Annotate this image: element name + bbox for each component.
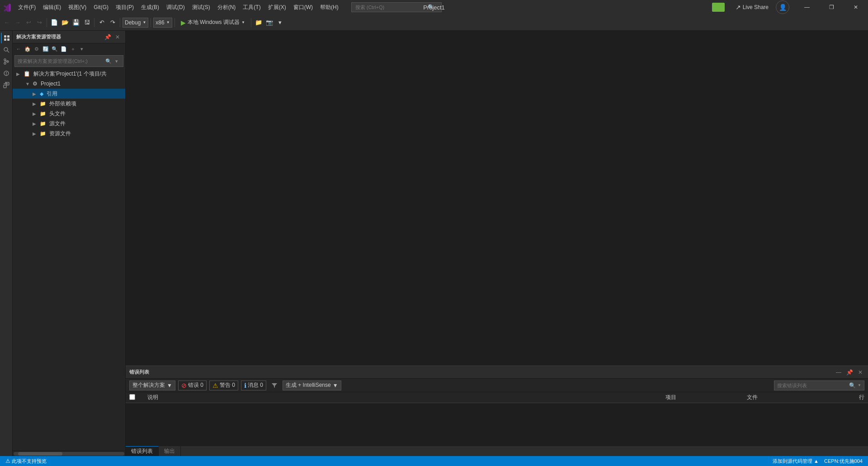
menu-window[interactable]: 窗口(W) — [290, 0, 316, 14]
user-avatar[interactable]: 👤 — [776, 0, 789, 14]
close-button[interactable]: ✕ — [845, 0, 866, 14]
panel-collapse-button[interactable]: — — [835, 368, 843, 376]
solution-node[interactable]: ▶ 📋 解决方案'Project1'(1 个项目/共 — [13, 69, 125, 79]
redo-button[interactable]: ↪ — [34, 18, 44, 28]
menu-test[interactable]: 测试(S) — [189, 0, 214, 14]
filter-button[interactable]: 🔍 — [51, 45, 59, 53]
select-all-checkbox[interactable] — [129, 394, 135, 400]
error-scope-arrow-icon: ▼ — [167, 382, 172, 389]
open-file-button[interactable]: 📂 — [60, 18, 70, 28]
menu-bar: 文件(F) 编辑(E) 视图(V) Git(G) 项目(P) 生成(B) 调试(… — [14, 0, 342, 14]
source-files-node[interactable]: ▶ 📁 源文件 — [13, 119, 125, 128]
references-chevron-icon: ▶ — [33, 91, 38, 96]
new-file-button[interactable]: 📄 — [49, 18, 59, 28]
external-deps-node[interactable]: ▶ 📁 外部依赖项 — [13, 99, 125, 109]
redo2-button[interactable]: ↷ — [108, 18, 118, 28]
platform-arrow-icon: ▼ — [166, 20, 170, 24]
menu-debug[interactable]: 调试(D) — [163, 0, 189, 14]
menu-build[interactable]: 生成(B) — [137, 0, 163, 14]
global-search-input[interactable] — [355, 5, 428, 10]
platform-dropdown[interactable]: x86 ▼ — [153, 18, 172, 28]
editor-canvas[interactable] — [126, 31, 868, 366]
error-search-input[interactable] — [777, 383, 847, 388]
filter-button[interactable] — [269, 380, 280, 390]
undo2-button[interactable]: ↶ — [97, 18, 107, 28]
camera-button[interactable]: 📷 — [264, 18, 274, 28]
settings-button[interactable]: ⚙ — [33, 45, 41, 53]
menu-extensions[interactable]: 扩展(X) — [264, 0, 290, 14]
svg-rect-1 — [7, 35, 9, 38]
menu-help[interactable]: 帮助(H) — [316, 0, 342, 14]
references-node[interactable]: ▶ ◆ 引用 — [13, 89, 125, 99]
bottom-panel-controls: — 📌 ✕ — [835, 368, 864, 376]
activity-bar — [0, 31, 13, 456]
menu-project[interactable]: 项目(P) — [112, 0, 137, 14]
debug-config-dropdown[interactable]: Debug ▼ — [123, 18, 148, 28]
activity-debug[interactable] — [1, 68, 12, 79]
error-search-box[interactable]: 🔍 ▼ — [774, 380, 864, 390]
toolbar-more-button[interactable]: ▾ — [275, 18, 285, 28]
build-filter-arrow-icon: ▼ — [333, 382, 338, 389]
project-node[interactable]: ▼ ⚙ Project1 — [13, 79, 125, 89]
activity-git[interactable] — [1, 56, 12, 67]
status-preview-warning[interactable]: ⚠ 此项不支持预览 — [4, 456, 48, 466]
panel-close-button[interactable]: ✕ — [856, 368, 864, 376]
add-button[interactable]: ＋ — [69, 45, 77, 53]
svg-point-7 — [4, 62, 6, 64]
home-button[interactable]: 🏠 — [24, 45, 32, 53]
menu-view[interactable]: 视图(V) — [65, 0, 90, 14]
build-filter-dropdown[interactable]: 生成 + IntelliSense ▼ — [283, 380, 341, 390]
sidebar-scrollbar[interactable] — [13, 451, 125, 456]
save-button[interactable]: 💾 — [71, 18, 81, 28]
resource-files-node[interactable]: ▶ 📁 资源文件 — [13, 128, 125, 138]
menu-git[interactable]: Git(G) — [90, 0, 112, 14]
sidebar-close-button[interactable]: ✕ — [113, 33, 122, 41]
menu-edit[interactable]: 编辑(E) — [39, 0, 65, 14]
sidebar-scrollbar-track — [14, 452, 124, 456]
toolbar-separator-6 — [251, 18, 251, 27]
sidebar-header: 解决方案资源管理器 📌 ✕ — [13, 31, 125, 43]
menu-file[interactable]: 文件(F) — [14, 0, 39, 14]
activity-extensions[interactable] — [1, 80, 12, 90]
run-debugger-button[interactable]: ▶ 本地 Windows 调试器 ▼ — [177, 18, 249, 27]
desc-column-header[interactable]: 说明 — [147, 394, 665, 401]
panel-tabs: 错误列表 输出 — [126, 446, 868, 456]
activity-solution-explorer[interactable] — [1, 33, 12, 43]
forward-button[interactable]: → — [13, 18, 23, 28]
sidebar-search-input[interactable] — [18, 58, 103, 64]
references-icon: ◆ — [40, 91, 43, 97]
error-badge[interactable]: ⊘ 错误 0 — [178, 380, 207, 390]
refresh-button[interactable]: 🔄 — [42, 45, 50, 53]
undo-button[interactable]: ↩ — [24, 18, 33, 28]
pin-button[interactable]: 📌 — [104, 33, 112, 41]
menu-analyze[interactable]: 分析(N) — [214, 0, 240, 14]
info-badge[interactable]: ℹ 消息 0 — [241, 380, 266, 390]
maximize-button[interactable]: ❐ — [821, 0, 842, 14]
menu-tools[interactable]: 工具(T) — [239, 0, 264, 14]
collapse-all-button[interactable]: ← — [14, 45, 23, 53]
project-column-header[interactable]: 项目 — [665, 394, 747, 401]
show-all-files-button[interactable]: 📄 — [60, 45, 68, 53]
tab-error-list[interactable]: 错误列表 — [126, 446, 159, 456]
error-scope-dropdown[interactable]: 整个解决方案 ▼ — [129, 380, 175, 390]
panel-pin-button[interactable]: 📌 — [845, 368, 854, 376]
save-all-button[interactable]: 🖫 — [82, 18, 92, 28]
more-options-button[interactable]: ▾ — [78, 45, 86, 53]
warning-badge[interactable]: ⚠ 警告 0 — [209, 380, 238, 390]
status-warning-icon: ⚠ — [5, 458, 10, 464]
bottom-panel: 错误列表 — 📌 ✕ 整个解决方案 ▼ ⊘ 错误 0 — [126, 366, 868, 456]
header-files-node[interactable]: ▶ 📁 头文件 — [13, 109, 125, 119]
live-share-button[interactable]: ↗ Live Share — [732, 3, 772, 12]
sidebar-search-arrow-icon[interactable]: ▾ — [113, 57, 120, 65]
activity-search[interactable] — [1, 44, 12, 55]
back-button[interactable]: ← — [2, 18, 12, 28]
status-source-control[interactable]: 添加到源代码管理 ▲ — [771, 458, 821, 465]
minimize-button[interactable]: — — [797, 0, 817, 14]
sidebar-search-box[interactable]: 🔍 ▾ — [14, 55, 123, 67]
status-encoding[interactable]: CEPN:优先施004 — [822, 458, 864, 465]
svg-line-5 — [7, 51, 9, 52]
folder-browse-button[interactable]: 📁 — [254, 18, 264, 28]
line-column-header[interactable]: 行 — [837, 394, 864, 401]
file-column-header[interactable]: 文件 — [747, 394, 837, 401]
tab-output[interactable]: 输出 — [159, 446, 181, 456]
